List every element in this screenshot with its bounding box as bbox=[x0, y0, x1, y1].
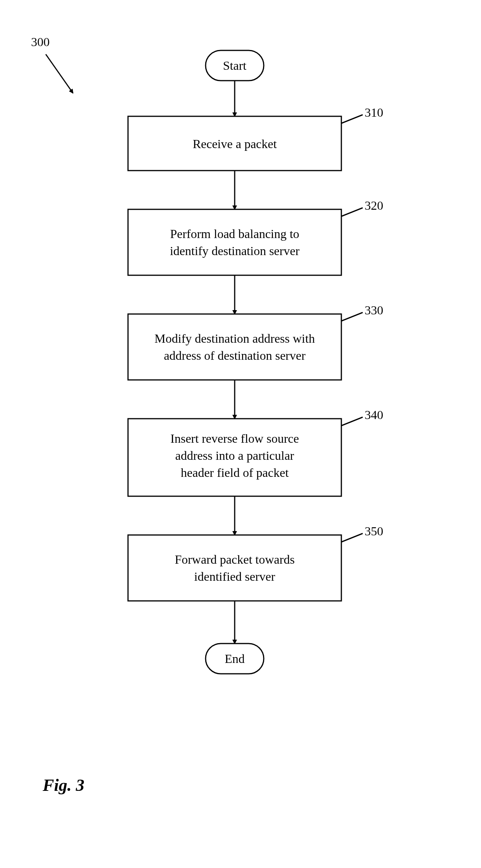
node-start: Start bbox=[206, 50, 264, 81]
ref-line-330 bbox=[341, 312, 363, 321]
ref-line-350 bbox=[341, 533, 363, 542]
node-330-label-l1: Modify destination address with bbox=[154, 331, 315, 345]
node-340: Insert reverse flow source address into … bbox=[128, 419, 341, 496]
flowchart-svg: Start Receive a packet Perform load bala… bbox=[0, 0, 481, 868]
svg-rect-2 bbox=[128, 209, 341, 275]
node-310: Receive a packet bbox=[128, 116, 341, 171]
node-340-label-l3: header field of packet bbox=[181, 466, 289, 480]
ref-label-320: 320 bbox=[365, 198, 383, 213]
ref-arrow-300 bbox=[46, 54, 73, 93]
diagram-page: 300 Start Receive a packet Perform load … bbox=[0, 0, 481, 868]
svg-rect-5 bbox=[128, 535, 341, 601]
ref-label-330: 330 bbox=[365, 303, 383, 318]
node-end: End bbox=[206, 644, 264, 674]
ref-line-320 bbox=[341, 208, 363, 216]
svg-rect-3 bbox=[128, 314, 341, 380]
node-start-label: Start bbox=[223, 59, 247, 72]
node-350-label-l1: Forward packet towards bbox=[175, 552, 294, 566]
node-320-label-l1: Perform load balancing to bbox=[170, 227, 299, 241]
node-310-label: Receive a packet bbox=[193, 137, 277, 151]
node-350: Forward packet towards identified server bbox=[128, 535, 341, 601]
node-340-label-l2: address into a particular bbox=[175, 449, 294, 462]
ref-label-350: 350 bbox=[365, 524, 383, 538]
node-340-label-l1: Insert reverse flow source bbox=[170, 431, 299, 445]
ref-label-340: 340 bbox=[365, 408, 383, 422]
node-350-label-l2: identified server bbox=[194, 569, 275, 583]
node-330-label-l2: address of destination server bbox=[164, 349, 306, 362]
node-320-label-l2: identify destination server bbox=[170, 244, 299, 258]
figure-label: Fig. 3 bbox=[43, 775, 85, 795]
node-330: Modify destination address with address … bbox=[128, 314, 341, 380]
node-320: Perform load balancing to identify desti… bbox=[128, 209, 341, 275]
ref-line-310 bbox=[341, 115, 363, 123]
ref-line-340 bbox=[341, 417, 363, 426]
node-end-label: End bbox=[225, 652, 245, 666]
ref-label-310: 310 bbox=[365, 105, 383, 120]
